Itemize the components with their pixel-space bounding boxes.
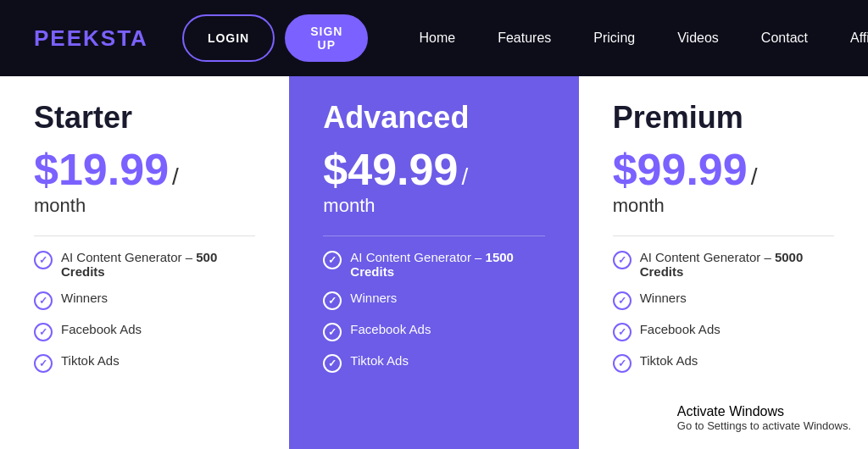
starter-month: month: [34, 195, 255, 217]
list-item: AI Content Generator – 5000 Credits: [613, 250, 834, 279]
list-item: Winners: [613, 291, 834, 310]
feature-text: Winners: [640, 291, 687, 305]
starter-features: AI Content Generator – 500 Credits Winne…: [34, 250, 255, 373]
feature-text: AI Content Generator – 5000 Credits: [640, 250, 834, 279]
nav-affiliates[interactable]: Affiliates: [850, 30, 868, 46]
premium-features: AI Content Generator – 5000 Credits Winn…: [613, 250, 834, 373]
list-item: Facebook Ads: [323, 322, 544, 341]
advanced-per: /: [461, 164, 468, 191]
premium-price-row: $99.99 /: [613, 144, 834, 195]
check-icon: [323, 354, 342, 373]
list-item: Tiktok Ads: [613, 353, 834, 373]
check-icon: [34, 354, 53, 373]
check-icon: [613, 291, 632, 310]
logo-text: PEEKSTA: [34, 25, 148, 52]
list-item: Tiktok Ads: [323, 353, 544, 373]
nav-contact[interactable]: Contact: [761, 30, 808, 46]
list-item: AI Content Generator – 500 Credits: [34, 250, 255, 279]
list-item: Tiktok Ads: [34, 353, 255, 373]
check-icon: [613, 354, 632, 373]
logo: PEEKSTA: [34, 25, 148, 52]
premium-divider: [613, 236, 834, 236]
advanced-price-row: $49.99 /: [323, 144, 544, 195]
check-icon: [323, 323, 342, 341]
list-item: Winners: [323, 291, 544, 310]
feature-text: Facebook Ads: [350, 322, 431, 336]
header-buttons: LOGIN SIGN UP: [182, 14, 369, 62]
pricing-section: Starter $19.99 / month AI Content Genera…: [0, 76, 868, 449]
feature-text: AI Content Generator – 500 Credits: [61, 250, 255, 279]
check-icon: [34, 251, 53, 269]
starter-price: $19.99: [34, 144, 169, 195]
check-icon: [323, 291, 342, 310]
premium-title: Premium: [613, 100, 834, 136]
feature-text: Winners: [350, 291, 397, 305]
check-icon: [34, 291, 53, 310]
list-item: Facebook Ads: [34, 322, 255, 341]
starter-per: /: [172, 164, 179, 191]
plan-starter: Starter $19.99 / month AI Content Genera…: [0, 76, 289, 449]
plan-premium: Premium $99.99 / month AI Content Genera…: [579, 76, 868, 449]
feature-text: Tiktok Ads: [61, 353, 120, 368]
pricing-columns: Starter $19.99 / month AI Content Genera…: [0, 76, 868, 449]
starter-price-row: $19.99 /: [34, 144, 255, 195]
advanced-title: Advanced: [323, 100, 544, 136]
advanced-price: $49.99: [323, 144, 458, 195]
premium-per: /: [751, 164, 758, 191]
check-icon: [323, 251, 342, 269]
plan-advanced: Advanced $49.99 / month AI Content Gener…: [289, 76, 578, 449]
signup-button[interactable]: SIGN UP: [285, 14, 368, 62]
feature-text: Tiktok Ads: [640, 353, 698, 368]
advanced-divider: [323, 236, 544, 236]
starter-title: Starter: [34, 100, 255, 136]
check-icon: [613, 251, 632, 269]
list-item: AI Content Generator – 1500 Credits: [323, 250, 544, 279]
feature-text: AI Content Generator – 1500 Credits: [350, 250, 544, 279]
premium-price: $99.99: [613, 144, 748, 195]
main-nav: Home Features Pricing Videos Contact Aff…: [419, 30, 868, 46]
feature-text: Winners: [61, 291, 108, 305]
starter-divider: [34, 236, 255, 236]
check-icon: [613, 323, 632, 341]
premium-month: month: [613, 195, 834, 217]
advanced-month: month: [323, 195, 544, 217]
logo-accent: P: [34, 25, 50, 51]
feature-text: Facebook Ads: [61, 322, 142, 336]
logo-rest: EEKSTA: [50, 25, 148, 51]
list-item: Winners: [34, 291, 255, 310]
advanced-features: AI Content Generator – 1500 Credits Winn…: [323, 250, 544, 373]
list-item: Facebook Ads: [613, 322, 834, 341]
nav-videos[interactable]: Videos: [677, 30, 719, 46]
nav-pricing[interactable]: Pricing: [593, 30, 635, 46]
check-icon: [34, 323, 53, 341]
feature-text: Tiktok Ads: [350, 353, 409, 368]
nav-features[interactable]: Features: [498, 30, 551, 46]
feature-text: Facebook Ads: [640, 322, 721, 336]
login-button[interactable]: LOGIN: [182, 14, 275, 62]
header: PEEKSTA LOGIN SIGN UP Home Features Pric…: [0, 0, 868, 76]
nav-home[interactable]: Home: [419, 30, 455, 46]
